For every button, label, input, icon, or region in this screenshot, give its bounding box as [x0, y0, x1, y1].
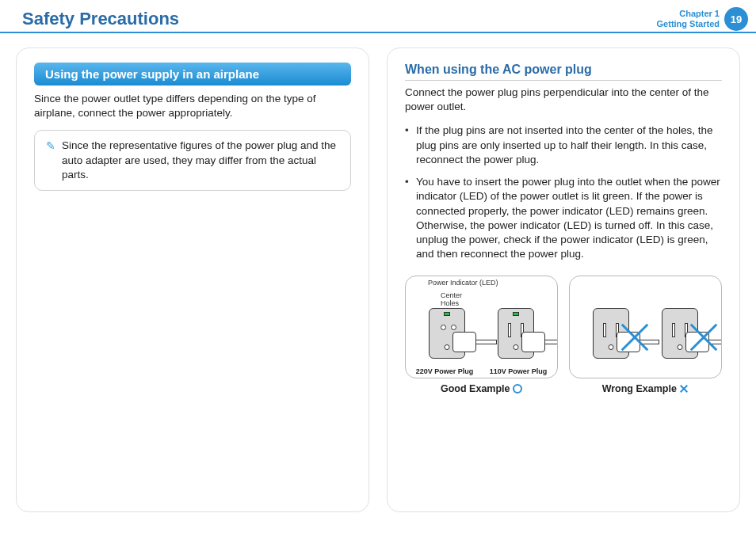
- plug-220v-label: 220V Power Plug: [409, 367, 480, 375]
- left-column: Using the power supply in an airplane Si…: [16, 48, 369, 512]
- wrong-figure-inner: [576, 281, 715, 373]
- bullet-2: You have to insert the power plug into t…: [405, 175, 722, 261]
- page-body: Using the power supply in an airplane Si…: [0, 33, 756, 528]
- airplane-intro-text: Since the power outlet type differs depe…: [34, 92, 351, 120]
- chapter-label: Chapter 1 Getting Started: [657, 9, 724, 29]
- led-label: Power Indicator (LED): [428, 279, 498, 287]
- ac-plug-intro: Connect the power plug pins perpendicula…: [405, 86, 722, 114]
- page-header: Safety Precautions Chapter 1 Getting Sta…: [0, 0, 756, 33]
- plug-wrong-1-icon: [617, 332, 640, 352]
- cable-wrong-1-icon: [640, 340, 659, 344]
- good-caption-text: Good Example: [441, 383, 510, 394]
- cable-wrong-2-icon: [709, 340, 722, 344]
- outlet-wrong-2: [662, 308, 698, 359]
- cable-220v-icon: [476, 340, 497, 344]
- outlet-220v: [429, 308, 465, 359]
- ac-plug-bullets: If the plug pins are not inserted into t…: [405, 124, 722, 261]
- outlet-110v: [498, 308, 534, 359]
- header-right: Chapter 1 Getting Started 19: [657, 7, 756, 31]
- circle-icon: [513, 384, 522, 393]
- airplane-section-banner: Using the power supply in an airplane: [34, 63, 351, 86]
- center-holes-label: Center Holes: [441, 292, 462, 307]
- page-title: Safety Precautions: [22, 9, 179, 29]
- x-mark-small-icon: [679, 384, 689, 393]
- note-box: ✎ Since the representative figures of th…: [34, 130, 351, 191]
- figure-caption-row: Good Example Wrong Example: [405, 383, 722, 394]
- center-label-2: Holes: [441, 300, 462, 307]
- bullet-1: If the plug pins are not inserted into t…: [405, 124, 722, 167]
- plug-220v-icon: [452, 332, 476, 352]
- good-example-figure: Power Indicator (LED) Center Holes: [405, 276, 558, 378]
- outlet-wrong-1: [593, 308, 629, 359]
- cable-110v-icon: [545, 340, 558, 344]
- plug-wrong-2-icon: [685, 332, 709, 352]
- note-icon: ✎: [46, 139, 55, 182]
- chapter-line-2: Getting Started: [657, 19, 720, 29]
- wrong-example-caption: Wrong Example: [569, 383, 722, 394]
- figure-row: Power Indicator (LED) Center Holes: [405, 276, 722, 378]
- ac-plug-subheading: When using the AC power plug: [405, 63, 722, 81]
- wrong-caption-text: Wrong Example: [602, 383, 677, 394]
- good-figure-inner: [412, 281, 551, 373]
- page-number-badge: 19: [724, 7, 748, 31]
- wrong-example-figure: [569, 276, 722, 378]
- good-example-caption: Good Example: [405, 383, 558, 394]
- right-column: When using the AC power plug Connect the…: [387, 48, 740, 512]
- chapter-line-1: Chapter 1: [657, 9, 720, 19]
- plug-110v-icon: [521, 332, 545, 352]
- plug-110v-label: 110V Power Plug: [483, 367, 554, 375]
- note-text: Since the representative figures of the …: [62, 139, 342, 182]
